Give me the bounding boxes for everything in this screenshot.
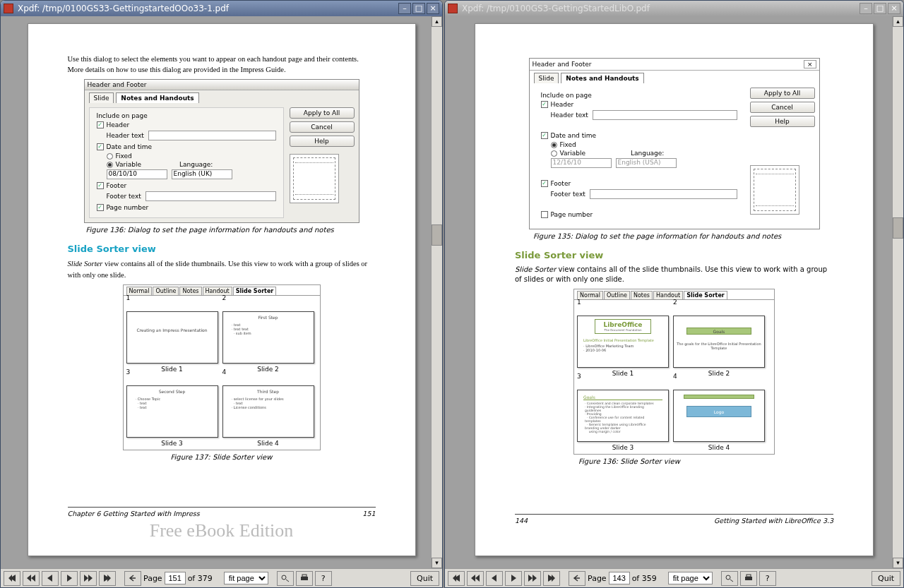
apply-all-button: Apply to All bbox=[290, 107, 355, 119]
chk-pagenum: Page number bbox=[551, 211, 593, 218]
titlebar[interactable]: Xpdf: /tmp/0100GS33-GettingstartedOOo33-… bbox=[1, 1, 442, 16]
cancel-button: Cancel bbox=[750, 102, 815, 113]
nav-prev-button[interactable] bbox=[42, 571, 59, 586]
close-button[interactable]: × bbox=[427, 3, 439, 14]
vertical-scrollbar[interactable]: ▴ ▾ bbox=[892, 16, 903, 568]
about-button[interactable]: ? bbox=[759, 571, 776, 586]
footer-text-input bbox=[590, 189, 737, 199]
titlebar[interactable]: Xpdf: /tmp/0100GS3-GettingStartedLibO.pd… bbox=[445, 1, 903, 16]
sorter-tab-handout: Handout bbox=[203, 287, 232, 295]
nav-back-button[interactable] bbox=[124, 571, 141, 586]
xpdf-window-left: Xpdf: /tmp/0100GS33-GettingstartedOOo33-… bbox=[0, 0, 443, 588]
nav-first-button[interactable] bbox=[448, 571, 465, 586]
nav-next10-button[interactable] bbox=[524, 571, 541, 586]
svg-point-3 bbox=[726, 575, 730, 580]
sorter-intro: Slide Sorter view contains all of the sl… bbox=[515, 265, 833, 284]
apply-all-button: Apply to All bbox=[750, 88, 815, 99]
ebook-watermark: Free eBook Edition bbox=[68, 520, 376, 541]
lbl-footer-text: Footer text bbox=[107, 193, 141, 200]
slide-thumb-1: 1Creating an Impress PresentationSlide 1 bbox=[126, 303, 218, 373]
svg-point-0 bbox=[282, 575, 286, 580]
nav-next-button[interactable] bbox=[505, 571, 522, 586]
lbl-header-text: Header text bbox=[551, 112, 588, 119]
app-icon bbox=[448, 4, 458, 13]
nav-last-button[interactable] bbox=[543, 571, 560, 586]
nav-prev-button[interactable] bbox=[486, 571, 503, 586]
find-button[interactable] bbox=[721, 571, 738, 586]
lbl-header-text: Header text bbox=[107, 132, 144, 139]
slide-sorter-screenshot: NormalOutlineNotesHandoutSlide Sorter 1C… bbox=[123, 284, 321, 450]
page-of-label: of 379 bbox=[188, 574, 213, 583]
document-view[interactable]: Use this dialog to select the elements y… bbox=[1, 16, 442, 568]
lbl-footer-text: Footer text bbox=[551, 191, 585, 198]
sorter-intro: Slide Sorter view contains all of the sl… bbox=[68, 258, 376, 280]
zoom-select[interactable]: fit page bbox=[224, 572, 268, 584]
minimize-button[interactable]: – bbox=[860, 3, 872, 14]
slide-thumb-2: 2First Step· text· text text · sub itemS… bbox=[222, 303, 314, 373]
nav-prev10-button[interactable] bbox=[467, 571, 484, 586]
quit-button[interactable]: Quit bbox=[410, 571, 439, 586]
preview-box bbox=[290, 154, 339, 203]
sorter-tab-outline: Outline bbox=[153, 287, 179, 295]
slide-thumb-4: 4Third Step· select license for your sli… bbox=[222, 377, 314, 447]
sorter-tab-notes: Notes bbox=[631, 291, 653, 299]
document-view[interactable]: Header and Footer× Slide Notes and Hando… bbox=[445, 16, 903, 568]
header-footer-dialog: Header and Footer× Slide Notes and Hando… bbox=[529, 58, 820, 229]
vertical-scrollbar[interactable]: ▴ ▾ bbox=[431, 16, 442, 568]
quit-button[interactable]: Quit bbox=[872, 571, 900, 586]
figure-caption-135: Figure 135: Dialog to set the page infor… bbox=[515, 232, 833, 240]
date-select: 12/16/10 bbox=[551, 158, 612, 168]
tab-notes: Notes and Handouts bbox=[116, 92, 198, 103]
header-text-input bbox=[148, 131, 276, 140]
nav-next10-button[interactable] bbox=[80, 571, 97, 586]
nav-prev10-button[interactable] bbox=[23, 571, 40, 586]
zoom-select[interactable]: fit page bbox=[668, 572, 713, 584]
page-input[interactable] bbox=[165, 572, 186, 584]
svg-rect-5 bbox=[747, 575, 751, 577]
cancel-button: Cancel bbox=[290, 121, 355, 133]
radio-variable: Variable bbox=[116, 161, 141, 168]
print-button[interactable] bbox=[296, 571, 313, 586]
print-button[interactable] bbox=[740, 571, 757, 586]
scroll-thumb[interactable] bbox=[432, 224, 442, 246]
date-select: 08/10/10 bbox=[107, 169, 167, 179]
preview-box bbox=[750, 165, 799, 215]
footer-text-input bbox=[145, 191, 276, 201]
find-button[interactable] bbox=[277, 571, 294, 586]
pdf-page: Use this dialog to select the elements y… bbox=[28, 23, 416, 556]
figure-caption-136: Figure 136: Dialog to set the page infor… bbox=[68, 226, 376, 234]
maximize-button[interactable]: □ bbox=[874, 3, 886, 14]
scroll-thumb[interactable] bbox=[893, 217, 903, 239]
svg-rect-4 bbox=[745, 577, 752, 580]
nav-first-button[interactable] bbox=[4, 571, 20, 586]
sorter-tab-sorter: Slide Sorter bbox=[684, 291, 727, 299]
close-button[interactable]: × bbox=[888, 3, 900, 14]
scroll-down-icon[interactable]: ▾ bbox=[893, 558, 903, 568]
dialog-close-icon: × bbox=[804, 60, 816, 68]
about-button[interactable]: ? bbox=[315, 571, 332, 586]
minimize-button[interactable]: – bbox=[398, 3, 411, 14]
radio-variable: Variable bbox=[560, 150, 585, 157]
lang-select: English (USA) bbox=[616, 158, 677, 168]
help-button: Help bbox=[290, 136, 355, 147]
page-label: Page bbox=[143, 574, 162, 583]
chk-footer: Footer bbox=[107, 182, 127, 189]
scroll-up-icon[interactable]: ▴ bbox=[432, 16, 442, 27]
scroll-up-icon[interactable]: ▴ bbox=[893, 16, 903, 27]
nav-next-button[interactable] bbox=[61, 571, 78, 586]
dialog-title: Header and Footer bbox=[533, 61, 592, 68]
nav-back-button[interactable] bbox=[569, 571, 585, 586]
page-of-label: of 359 bbox=[632, 574, 657, 583]
page-input[interactable] bbox=[609, 572, 630, 584]
maximize-button[interactable]: □ bbox=[412, 3, 425, 14]
sorter-tab-sorter: Slide Sorter bbox=[233, 287, 277, 295]
tab-notes: Notes and Handouts bbox=[561, 73, 643, 83]
window-title: Xpdf: /tmp/0100GS3-GettingStartedLibO.pd… bbox=[462, 4, 860, 13]
scroll-down-icon[interactable]: ▾ bbox=[432, 558, 442, 568]
chapter-label: Chapter 6 Getting Started with Impress bbox=[68, 510, 200, 517]
figure-caption-136r: Figure 136: Slide Sorter view bbox=[515, 457, 833, 465]
nav-last-button[interactable] bbox=[99, 571, 116, 586]
slide-thumb-3: 3Second Step· Choose Topic · text · text… bbox=[126, 377, 218, 447]
chapter-label: Getting Started with LibreOffice 3.3 bbox=[714, 517, 833, 524]
page-label: Page bbox=[588, 574, 607, 583]
